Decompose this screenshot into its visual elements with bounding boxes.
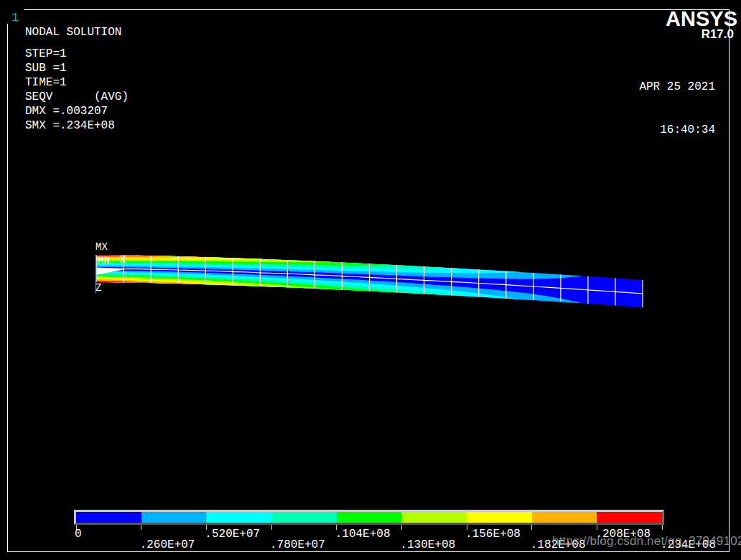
max-stress-label: MX [95,242,108,252]
legend-tick [141,525,141,530]
legend-value-label: .130E+08 [400,538,455,551]
legend-value-label: .520E+07 [205,528,260,541]
legend-value-label: .260E+07 [140,538,195,551]
legend-segment [401,512,467,523]
legend-tick [401,525,402,530]
legend-segment [467,512,532,523]
legend-bar [76,512,662,523]
legend-tick [271,525,272,530]
legend-value-label: .104E+08 [335,528,391,541]
legend-segment [76,512,141,523]
legend-segment [271,512,337,523]
ansys-graphics-window: 1 NODAL SOLUTION STEP=1 SUB =1 TIME=1 SE… [0,0,741,560]
legend-segment [532,512,597,523]
legend-frame [74,510,664,525]
legend-value-label: 0 [75,528,82,541]
legend-segment [206,512,271,523]
z-axis-label: Z [95,283,101,293]
x-axis-label: X [120,255,126,265]
legend-segment [337,512,402,523]
legend-segment [141,512,207,523]
legend-tick [531,525,532,530]
min-stress-label: MN [98,256,110,266]
legend-value-label: .780E+07 [270,538,325,551]
beam-contour-plot [0,0,741,560]
legend-tick [662,525,663,530]
legend-segment [597,512,662,523]
legend-value-label: .156E+08 [465,528,521,541]
element-mesh-lines [96,255,643,307]
watermark: https://blog.csdn.net/qq_37949102 [552,534,741,549]
